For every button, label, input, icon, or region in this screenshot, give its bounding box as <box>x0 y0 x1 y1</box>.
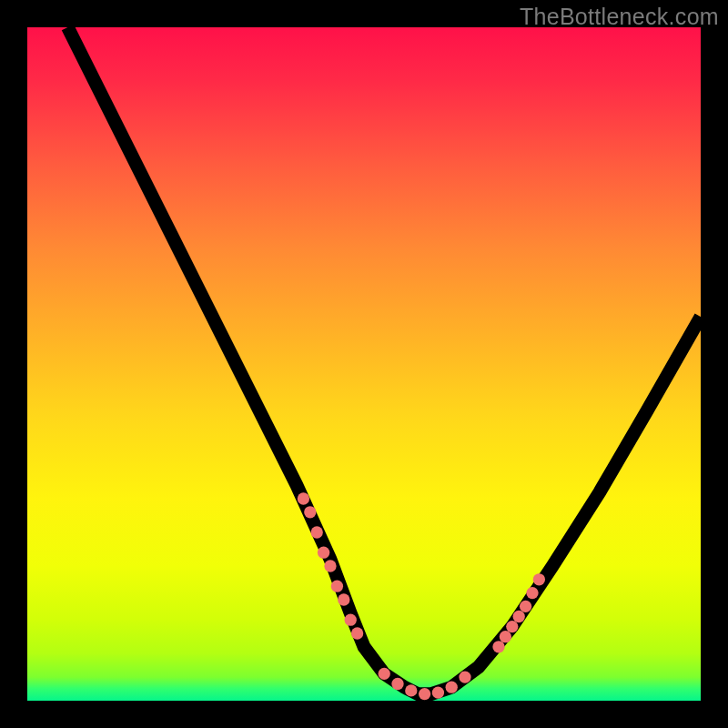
chart-frame: TheBottleneck.com <box>0 0 728 728</box>
highlight-dot <box>533 573 545 585</box>
highlight-dot <box>324 560 336 571</box>
highlight-dot <box>520 601 531 612</box>
highlight-dot <box>500 631 511 642</box>
highlight-dot <box>391 678 403 690</box>
highlight-dot <box>318 547 329 559</box>
highlight-dot <box>311 526 323 538</box>
highlight-dot <box>338 593 349 605</box>
highlight-dot <box>526 587 538 599</box>
highlight-dot <box>345 614 357 626</box>
highlight-dot <box>298 492 309 504</box>
highlight-dots <box>298 492 545 700</box>
curve-svg <box>27 27 701 701</box>
highlight-dot <box>331 581 343 592</box>
watermark-text: TheBottleneck.com <box>520 4 719 30</box>
bottleneck-curve <box>67 27 701 694</box>
highlight-dot <box>379 668 390 680</box>
highlight-dot <box>492 641 504 652</box>
highlight-dot <box>459 671 470 682</box>
highlight-dot <box>446 682 458 693</box>
highlight-dot <box>419 688 430 700</box>
highlight-dot <box>405 684 417 696</box>
highlight-dot <box>506 621 518 632</box>
highlight-dot <box>351 627 363 639</box>
highlight-dot <box>432 686 444 698</box>
plot-area <box>27 27 701 701</box>
highlight-dot <box>513 611 525 622</box>
highlight-dot <box>304 506 316 518</box>
